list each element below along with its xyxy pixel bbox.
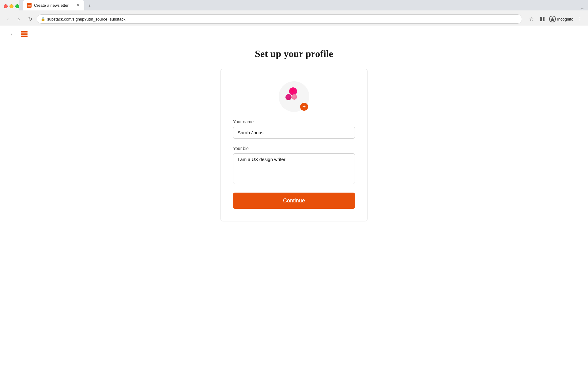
svg-rect-2 [540, 19, 542, 21]
avatar-add-button[interactable]: + [300, 103, 308, 111]
name-input[interactable] [233, 127, 355, 139]
address-input-wrapper[interactable]: 🔒 substack.com/signup?utm_source=substac… [37, 14, 522, 24]
favicon-line [28, 6, 31, 7]
bio-label: Your bio [233, 146, 355, 151]
profile-icon [549, 16, 556, 22]
active-tab[interactable]: Create a newsletter ✕ [23, 0, 84, 10]
extensions-button[interactable] [538, 15, 547, 23]
new-tab-button[interactable]: + [85, 2, 94, 10]
tab-close-button[interactable]: ✕ [76, 3, 81, 8]
name-label: Your name [233, 119, 355, 124]
profile-setup-card: + Your name Your bio I am a UX design wr… [221, 69, 368, 221]
avatar-circle-light [292, 94, 297, 100]
tab-label: Create a newsletter [34, 3, 73, 8]
address-bar-actions: ☆ Incognito ⋮ [527, 15, 584, 23]
favicon-line [28, 4, 31, 5]
lock-icon: 🔒 [41, 17, 45, 21]
star-button[interactable]: ☆ [527, 15, 536, 23]
traffic-lights [4, 4, 19, 8]
avatar-upload-area[interactable]: + [279, 81, 309, 112]
top-nav: ‹ [0, 26, 588, 42]
bio-field-section: Your bio I am a UX design writer [233, 146, 355, 184]
svg-rect-1 [543, 17, 545, 19]
continue-button[interactable]: Continue [233, 193, 355, 209]
minimize-traffic-light[interactable] [9, 4, 13, 8]
tab-expand-button[interactable]: ⌄ [580, 5, 584, 10]
name-field-section: Your name [233, 119, 355, 139]
logo-line-3 [21, 36, 28, 37]
favicon-line [28, 5, 31, 6]
menu-button[interactable]: ⋮ [576, 15, 584, 23]
forward-button[interactable]: › [15, 15, 23, 23]
profile-button[interactable]: Incognito [549, 16, 573, 22]
bio-textarea[interactable]: I am a UX design writer [233, 153, 355, 184]
svg-rect-3 [543, 19, 545, 21]
logo-line-2 [21, 33, 28, 35]
page-content: ‹ Set up your profile + Your name Your b… [0, 26, 588, 357]
browser-chrome: Create a newsletter ✕ + ⌄ ‹ › ↻ 🔒 substa… [0, 0, 588, 26]
page-title: Set up your profile [255, 48, 333, 59]
avatar-circles [285, 87, 303, 106]
tab-favicon [27, 3, 32, 8]
address-bar: ‹ › ↻ 🔒 substack.com/signup?utm_source=s… [0, 12, 588, 26]
url-display: substack.com/signup?utm_source=substack [47, 17, 518, 21]
maximize-traffic-light[interactable] [15, 4, 19, 8]
reload-button[interactable]: ↻ [26, 15, 34, 23]
logo-line-1 [21, 31, 28, 33]
title-bar: Create a newsletter ✕ + ⌄ [0, 0, 588, 12]
substack-logo[interactable] [21, 31, 28, 37]
tabs-bar: Create a newsletter ✕ + ⌄ [19, 0, 588, 10]
close-traffic-light[interactable] [4, 4, 8, 8]
incognito-label: Incognito [557, 17, 573, 21]
favicon-lines [28, 4, 31, 7]
back-nav-button[interactable]: ‹ [7, 30, 16, 38]
avatar-circle-small [285, 94, 292, 100]
back-button[interactable]: ‹ [4, 15, 12, 23]
svg-rect-0 [540, 17, 542, 19]
